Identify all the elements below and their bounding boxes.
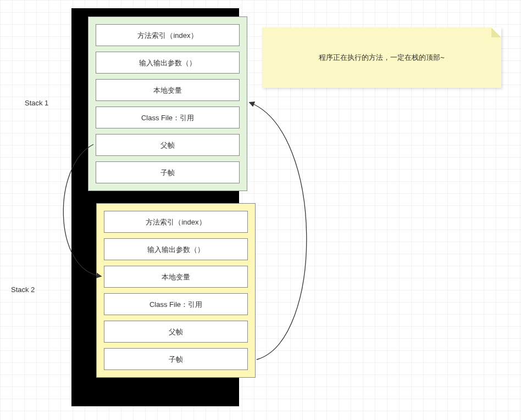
label-stack-2: Stack 2 [11, 285, 35, 294]
stack-frame-2: 方法索引（index） 输入输出参数（） 本地变量 Class File：引用 … [96, 203, 256, 378]
frame2-row-class-file: Class File：引用 [104, 293, 248, 315]
frame1-row-method-index: 方法索引（index） [96, 24, 240, 46]
frame1-row-io-params: 输入输出参数（） [96, 52, 240, 74]
frame1-row-parent: 父帧 [96, 134, 240, 156]
frame2-row-parent: 父帧 [104, 321, 248, 343]
frame1-row-class-file: Class File：引用 [96, 107, 240, 128]
frame2-row-io-params: 输入输出参数（） [104, 238, 248, 260]
sticky-note: 程序正在执行的方法，一定在栈的顶部~ [262, 27, 501, 88]
frame1-row-child: 子帧 [96, 161, 240, 183]
label-stack-1: Stack 1 [25, 99, 48, 107]
frame2-row-local-vars: 本地变量 [104, 266, 248, 288]
frame2-row-child: 子帧 [104, 348, 248, 370]
stack-frame-1: 方法索引（index） 输入输出参数（） 本地变量 Class File：引用 … [88, 16, 247, 191]
frame1-row-local-vars: 本地变量 [96, 79, 240, 101]
diagram-canvas: 方法索引（index） 输入输出参数（） 本地变量 Class File：引用 … [0, 0, 521, 420]
sticky-note-text: 程序正在执行的方法，一定在栈的顶部~ [319, 53, 445, 63]
frame2-row-method-index: 方法索引（index） [104, 211, 248, 233]
